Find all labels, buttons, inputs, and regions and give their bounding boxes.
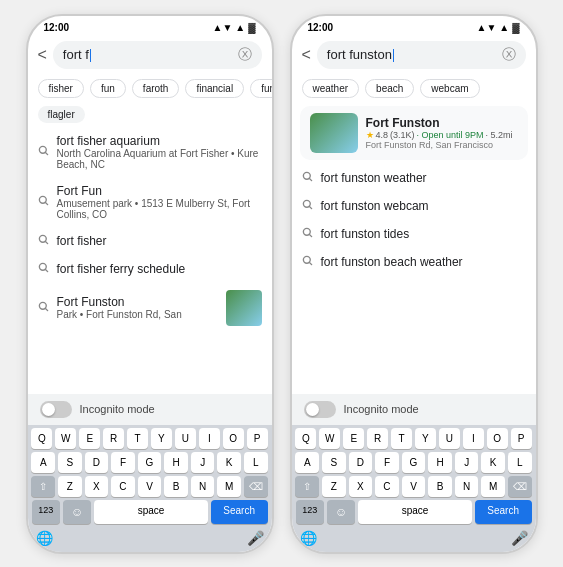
key-z2[interactable]: Z: [322, 476, 346, 497]
incognito-toggle-2[interactable]: [304, 401, 336, 418]
key-c2[interactable]: C: [375, 476, 399, 497]
mic-icon-2[interactable]: 🎤: [511, 530, 528, 546]
keyboard-2: Q W E R T Y U I O P A S D F G H J K L ⇧ …: [292, 425, 536, 552]
key-t2[interactable]: T: [391, 428, 412, 449]
chip-weather[interactable]: weather: [302, 79, 360, 98]
key-b[interactable]: B: [164, 476, 188, 497]
suggestion-item[interactable]: fort funston beach weather: [292, 248, 536, 276]
suggestion-item[interactable]: fort funston webcam: [292, 192, 536, 220]
key-delete2[interactable]: ⌫: [508, 476, 532, 497]
chip-beach[interactable]: beach: [365, 79, 414, 98]
globe-icon-2[interactable]: 🌐: [300, 530, 317, 546]
key-space2[interactable]: space: [358, 500, 472, 524]
suggestion-item[interactable]: fort funston tides: [292, 220, 536, 248]
chip-funston[interactable]: funston: [250, 79, 271, 98]
key-z[interactable]: Z: [58, 476, 82, 497]
suggestion-title: fort fisher: [57, 234, 262, 248]
key-s[interactable]: S: [58, 452, 82, 473]
key-t[interactable]: T: [127, 428, 148, 449]
incognito-toggle-1[interactable]: [40, 401, 72, 418]
key-emoji2[interactable]: ☺: [327, 500, 355, 524]
chip-flagler[interactable]: flagler: [38, 106, 85, 123]
key-j2[interactable]: J: [455, 452, 479, 473]
key-d2[interactable]: D: [349, 452, 373, 473]
mic-icon-1[interactable]: 🎤: [247, 530, 264, 546]
clear-button-2[interactable]: ⓧ: [502, 46, 516, 64]
key-y2[interactable]: Y: [415, 428, 436, 449]
key-m2[interactable]: M: [481, 476, 505, 497]
key-q2[interactable]: Q: [295, 428, 316, 449]
suggestion-item[interactable]: fort fisher aquarium North Carolina Aqua…: [28, 127, 272, 177]
chip-financial[interactable]: financial: [185, 79, 244, 98]
key-o2[interactable]: O: [487, 428, 508, 449]
key-w[interactable]: W: [55, 428, 76, 449]
key-x2[interactable]: X: [349, 476, 373, 497]
key-o[interactable]: O: [223, 428, 244, 449]
key-r[interactable]: R: [103, 428, 124, 449]
suggestion-item[interactable]: fort fisher ferry schedule: [28, 255, 272, 283]
key-space[interactable]: space: [94, 500, 208, 524]
chip-faroth[interactable]: faroth: [132, 79, 180, 98]
key-f2[interactable]: F: [375, 452, 399, 473]
key-l2[interactable]: L: [508, 452, 532, 473]
key-g2[interactable]: G: [402, 452, 426, 473]
key-v[interactable]: V: [138, 476, 162, 497]
key-u2[interactable]: U: [439, 428, 460, 449]
key-123-2[interactable]: 123: [296, 500, 324, 524]
key-a[interactable]: A: [31, 452, 55, 473]
chip-fun[interactable]: fun: [90, 79, 126, 98]
key-q[interactable]: Q: [31, 428, 52, 449]
back-button-1[interactable]: <: [38, 46, 47, 64]
suggestion-item[interactable]: Fort Fun Amusement park • 1513 E Mulberr…: [28, 177, 272, 227]
key-r2[interactable]: R: [367, 428, 388, 449]
suggestion-item[interactable]: fort funston weather: [292, 164, 536, 192]
rich-card[interactable]: Fort Funston ★ 4.8 (3.1K) · Open until 9…: [300, 106, 528, 160]
key-k[interactable]: K: [217, 452, 241, 473]
key-d[interactable]: D: [85, 452, 109, 473]
key-c[interactable]: C: [111, 476, 135, 497]
toggle-knob-1: [42, 403, 55, 416]
key-l[interactable]: L: [244, 452, 268, 473]
key-shift[interactable]: ⇧: [31, 476, 55, 497]
key-f[interactable]: F: [111, 452, 135, 473]
key-s2[interactable]: S: [322, 452, 346, 473]
key-n[interactable]: N: [191, 476, 215, 497]
search-input-2[interactable]: fort funston ⓧ: [317, 41, 526, 69]
key-w2[interactable]: W: [319, 428, 340, 449]
key-i2[interactable]: I: [463, 428, 484, 449]
key-emoji[interactable]: ☺: [63, 500, 91, 524]
key-m[interactable]: M: [217, 476, 241, 497]
search-input-1[interactable]: fort f ⓧ: [53, 41, 262, 69]
key-e2[interactable]: E: [343, 428, 364, 449]
clear-button-1[interactable]: ⓧ: [238, 46, 252, 64]
key-h2[interactable]: H: [428, 452, 452, 473]
key-h[interactable]: H: [164, 452, 188, 473]
key-delete[interactable]: ⌫: [244, 476, 268, 497]
key-x[interactable]: X: [85, 476, 109, 497]
search-button-1[interactable]: Search: [211, 500, 268, 524]
suggestion-item[interactable]: Fort Funston Park • Fort Funston Rd, San: [28, 283, 272, 333]
key-v2[interactable]: V: [402, 476, 426, 497]
key-n2[interactable]: N: [455, 476, 479, 497]
key-p2[interactable]: P: [511, 428, 532, 449]
key-123[interactable]: 123: [32, 500, 60, 524]
back-button-2[interactable]: <: [302, 46, 311, 64]
suggestion-title: fort funston tides: [321, 227, 526, 241]
suggestion-item[interactable]: fort fisher: [28, 227, 272, 255]
chip-fisher[interactable]: fisher: [38, 79, 84, 98]
chip-webcam[interactable]: webcam: [420, 79, 479, 98]
key-a2[interactable]: A: [295, 452, 319, 473]
key-e[interactable]: E: [79, 428, 100, 449]
key-k2[interactable]: K: [481, 452, 505, 473]
key-p[interactable]: P: [247, 428, 268, 449]
key-u[interactable]: U: [175, 428, 196, 449]
key-shift2[interactable]: ⇧: [295, 476, 319, 497]
status-bar-2: 12:00 ▲▼ ▲ ▓: [292, 16, 536, 35]
key-b2[interactable]: B: [428, 476, 452, 497]
key-j[interactable]: J: [191, 452, 215, 473]
key-y[interactable]: Y: [151, 428, 172, 449]
key-i[interactable]: I: [199, 428, 220, 449]
search-button-2[interactable]: Search: [475, 500, 532, 524]
globe-icon-1[interactable]: 🌐: [36, 530, 53, 546]
key-g[interactable]: G: [138, 452, 162, 473]
